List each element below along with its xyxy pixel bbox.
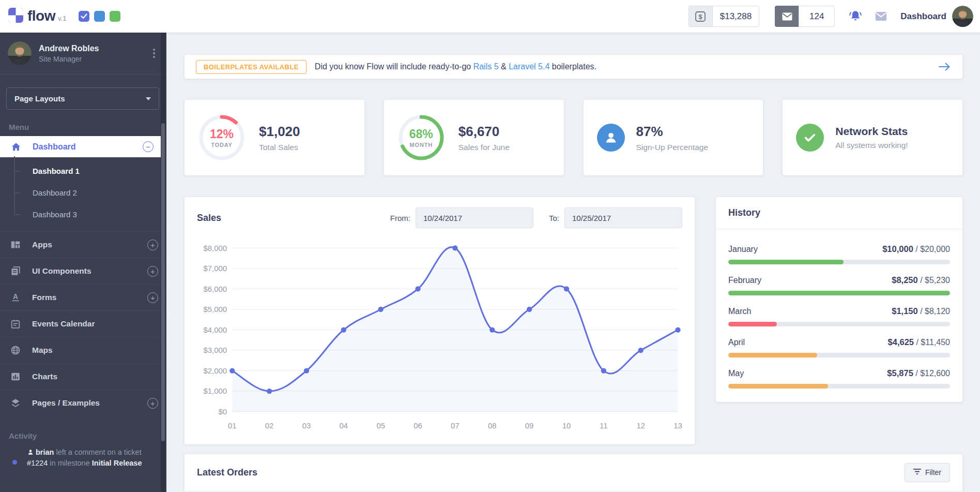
main-content: BOILERPLATES AVAILABLE Did you know Flow… — [166, 33, 980, 492]
sidebar-item-pages-examples[interactable]: Pages / Examples+ — [0, 390, 166, 416]
history-panel: History January$10,000 / $20,000February… — [716, 197, 962, 402]
sidebar-item-label: Events Calendar — [32, 319, 158, 329]
apps-icon — [9, 238, 22, 251]
ring-period: TODAY — [211, 142, 232, 148]
sidebar-item-apps[interactable]: Apps+ — [0, 231, 166, 258]
sidebar-user-avatar[interactable] — [8, 41, 32, 65]
history-month: May — [728, 369, 744, 378]
history-progress-track — [728, 384, 950, 389]
rails-link[interactable]: Rails 5 — [473, 62, 499, 71]
alert-badge: BOILERPLATES AVAILABLE — [196, 60, 307, 74]
svg-text:05: 05 — [376, 422, 385, 430]
stats-row: 12%TODAY $1,020 Total Sales 68%MONTH $6,… — [185, 100, 962, 175]
stat-label: Sales for June — [458, 143, 510, 152]
color-chip[interactable] — [110, 11, 120, 22]
activity-bullet-icon — [12, 460, 17, 465]
sidebar-item-label: Apps — [32, 240, 147, 249]
brand[interactable]: flow v.1 — [8, 8, 66, 25]
history-values: $4,625 / $11,450 — [888, 337, 950, 347]
sidebar-item-charts[interactable]: Charts — [0, 363, 166, 390]
progress-ring: 12%TODAY — [198, 114, 246, 161]
messages-widget: 124 — [775, 6, 835, 27]
globe-icon — [9, 344, 22, 356]
header-chips — [79, 11, 120, 22]
checked-checkbox-chip[interactable] — [79, 11, 89, 22]
sidebar-item-ui-components[interactable]: UI Components+ — [0, 258, 166, 284]
expand-plus-icon[interactable]: + — [147, 240, 158, 250]
history-row-march: March$1,150 / $8,120 — [728, 306, 950, 326]
history-month: April — [728, 338, 745, 347]
expand-plus-icon[interactable]: + — [147, 292, 158, 303]
ring-percent: 12% — [210, 127, 234, 141]
svg-text:$0: $0 — [218, 408, 227, 416]
sidebar-scrollbar-thumb[interactable] — [161, 123, 165, 441]
calendar-icon — [9, 318, 22, 330]
svg-text:02: 02 — [265, 422, 274, 430]
history-progress-track — [728, 291, 950, 295]
orders-title: Latest Orders — [197, 467, 257, 478]
collapse-icon[interactable]: − — [143, 141, 154, 152]
sidebar-subitem-dashboard-1[interactable]: Dashboard 1 — [0, 160, 166, 182]
laravel-link[interactable]: Laravel 5.4 — [509, 62, 549, 71]
sidebar-subitem-dashboard-2[interactable]: Dashboard 2 — [0, 182, 166, 203]
svg-text:$6,000: $6,000 — [203, 285, 227, 293]
sidebar-item-dashboard[interactable]: Dashboard − — [0, 136, 161, 157]
history-row-january: January$10,000 / $20,000 — [728, 244, 950, 264]
arrow-right-icon[interactable] — [938, 61, 951, 72]
alert-text-after: boilerplates. — [552, 62, 596, 71]
svg-text:04: 04 — [340, 422, 348, 430]
user-menu-kebab-icon[interactable] — [151, 47, 157, 60]
user-circle-icon — [597, 124, 625, 152]
sales-line-chart: $0$1,000$2,000$3,000$4,000$5,000$6,000$7… — [188, 240, 686, 435]
notifications-bell-icon[interactable] — [848, 9, 863, 24]
history-title: History — [728, 207, 760, 218]
history-month: January — [728, 245, 758, 254]
history-progress-track — [728, 353, 950, 357]
history-progress-track — [728, 260, 950, 264]
activity-item[interactable]: brian left a comment on a ticket #1224 i… — [0, 446, 166, 468]
layers-icon — [9, 397, 22, 409]
stat-value: Network Stats — [835, 125, 908, 138]
person-icon — [27, 449, 34, 458]
sidebar-item-label: UI Components — [32, 266, 147, 276]
activity-section-label: Activity — [9, 431, 166, 440]
from-date-input[interactable] — [416, 207, 533, 228]
sidebar-menu-items: Apps+UI Components+AForms+Events Calenda… — [0, 231, 166, 416]
svg-text:$2,000: $2,000 — [203, 367, 227, 375]
expand-plus-icon[interactable]: + — [147, 398, 158, 409]
stat-value: 87% — [636, 124, 709, 140]
ring-period: MONTH — [410, 142, 433, 148]
filter-label: Filter — [925, 468, 941, 476]
history-progress-fill — [728, 353, 817, 357]
page-layouts-select[interactable]: Page Layouts — [6, 87, 159, 110]
sales-panel: Sales From: To: $0$1,000$2,000$3,000$4,0… — [185, 197, 695, 444]
svg-text:07: 07 — [451, 422, 460, 430]
sidebar-item-label: Maps — [32, 346, 158, 355]
svg-text:$4,000: $4,000 — [203, 326, 227, 334]
svg-text:$7,000: $7,000 — [203, 264, 227, 273]
history-rows: January$10,000 / $20,000February$8,250 /… — [716, 229, 962, 402]
history-values: $10,000 / $20,000 — [882, 244, 950, 254]
sidebar-item-maps[interactable]: Maps — [0, 337, 166, 363]
sidebar-subitem-dashboard-3[interactable]: Dashboard 3 — [0, 203, 166, 225]
svg-text:01: 01 — [228, 422, 237, 430]
stat-card-sales-june: 68%MONTH $6,670 Sales for June — [384, 100, 564, 175]
expand-plus-icon[interactable]: + — [147, 266, 158, 277]
sidebar-item-forms[interactable]: AForms+ — [0, 284, 166, 310]
svg-text:$: $ — [699, 12, 703, 20]
history-progress-fill — [728, 291, 950, 295]
stat-card-network: Network Stats All systems working! — [783, 100, 962, 175]
progress-ring: 68%MONTH — [397, 114, 445, 161]
activity-user: brian — [36, 448, 54, 456]
filter-button[interactable]: Filter — [905, 463, 950, 482]
user-avatar[interactable] — [952, 6, 973, 27]
mail-icon[interactable] — [874, 9, 888, 23]
home-icon — [10, 141, 22, 153]
svg-text:03: 03 — [302, 422, 311, 430]
brand-name: flow — [27, 8, 55, 24]
color-chip[interactable] — [94, 11, 105, 22]
to-date-input[interactable] — [564, 207, 682, 228]
to-label: To: — [549, 214, 559, 222]
sidebar-item-events-calendar[interactable]: Events Calendar — [0, 310, 166, 337]
sidebar-item-label: Forms — [32, 293, 147, 302]
